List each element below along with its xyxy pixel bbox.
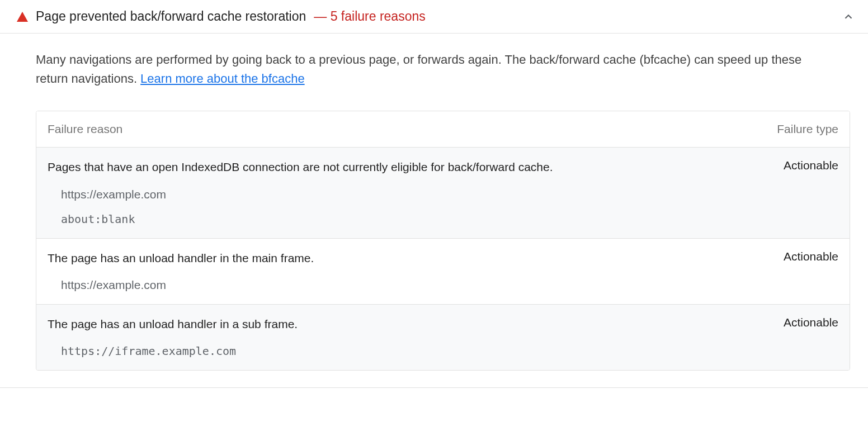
panel-content: Many navigations are performed by going … (0, 34, 868, 388)
failure-reason: The page has an unload handler in the ma… (48, 250, 760, 266)
failure-type: Actionable (760, 250, 838, 263)
panel-title: Page prevented back/forward cache restor… (36, 9, 306, 24)
failure-reason: Pages that have an open IndexedDB connec… (48, 159, 760, 175)
url-item: about:blank (61, 212, 838, 226)
failure-count: — 5 failure reasons (314, 9, 425, 24)
url-item: https://example.com (61, 278, 838, 292)
table-header: Failure reason Failure type (36, 111, 850, 148)
url-item: https://iframe.example.com (61, 344, 838, 358)
failure-type: Actionable (760, 316, 838, 329)
warning-triangle-icon (17, 12, 28, 22)
svg-marker-0 (17, 12, 28, 22)
column-header-reason: Failure reason (48, 122, 760, 136)
failure-type: Actionable (760, 159, 838, 172)
table-row: Pages that have an open IndexedDB connec… (36, 148, 850, 238)
column-header-type: Failure type (760, 122, 838, 136)
url-list: https://iframe.example.com (48, 344, 838, 358)
url-item: https://example.com (61, 188, 838, 201)
panel-header[interactable]: Page prevented back/forward cache restor… (0, 0, 868, 34)
chevron-up-icon[interactable] (842, 11, 855, 23)
failure-reason: The page has an unload handler in a sub … (48, 316, 760, 332)
failure-table: Failure reason Failure type Pages that h… (36, 111, 850, 371)
url-list: https://example.comabout:blank (48, 188, 838, 226)
learn-more-link[interactable]: Learn more about the bfcache (140, 72, 305, 86)
description: Many navigations are performed by going … (36, 50, 830, 88)
table-row: The page has an unload handler in the ma… (36, 239, 850, 305)
table-row: The page has an unload handler in a sub … (36, 305, 850, 370)
url-list: https://example.com (48, 278, 838, 292)
